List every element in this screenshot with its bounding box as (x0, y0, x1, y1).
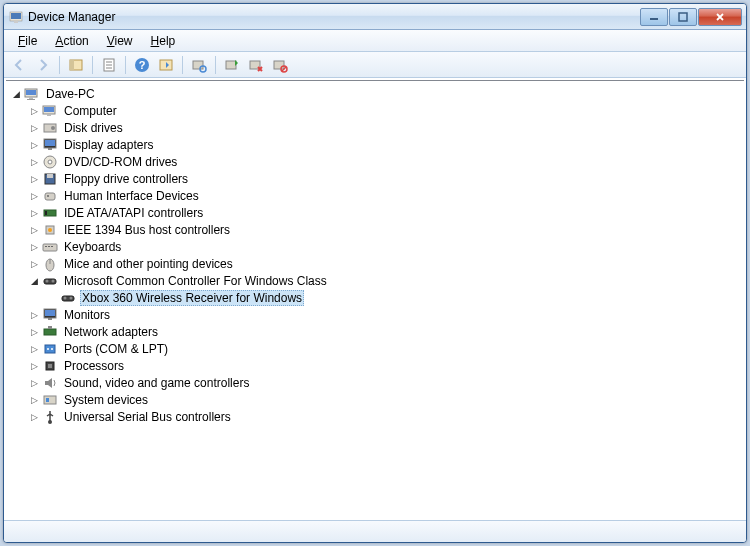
tree-item-label: Human Interface Devices (62, 189, 201, 203)
svg-rect-4 (679, 13, 687, 21)
svg-rect-27 (47, 114, 51, 116)
svg-rect-37 (45, 193, 55, 200)
menu-action[interactable]: Action (47, 32, 96, 50)
tree-item-label: Network adapters (62, 325, 160, 339)
svg-point-62 (51, 348, 53, 350)
menu-file[interactable]: File (10, 32, 45, 50)
svg-point-54 (70, 296, 73, 299)
update-driver-button[interactable] (221, 54, 243, 76)
svg-rect-23 (29, 97, 33, 99)
tree-item[interactable]: ▷Computer (8, 102, 742, 119)
collapse-icon[interactable]: ◢ (10, 88, 22, 100)
svg-rect-36 (47, 174, 53, 178)
separator (59, 56, 60, 74)
svg-rect-3 (650, 18, 658, 20)
pc-icon (24, 86, 40, 102)
forward-button (32, 54, 54, 76)
separator (92, 56, 93, 74)
network-icon (42, 324, 58, 340)
maximize-button[interactable] (669, 8, 697, 26)
menu-view[interactable]: View (99, 32, 141, 50)
expand-icon[interactable]: ▷ (28, 207, 40, 219)
tree-item[interactable]: ▷Keyboards (8, 238, 742, 255)
svg-point-61 (47, 348, 49, 350)
expand-icon[interactable]: ▷ (28, 139, 40, 151)
toolbar: ? (4, 52, 746, 78)
tree-item[interactable]: ▷DVD/CD-ROM drives (8, 153, 742, 170)
tree-item[interactable]: ▷Display adapters (8, 136, 742, 153)
mouse-icon (42, 256, 58, 272)
uninstall-button[interactable] (245, 54, 267, 76)
tree-item[interactable]: ▷Disk drives (8, 119, 742, 136)
titlebar[interactable]: Device Manager (4, 4, 746, 30)
svg-point-29 (51, 126, 55, 130)
tree-item[interactable]: ▷System devices (8, 391, 742, 408)
tree-item[interactable]: ▷Processors (8, 357, 742, 374)
statusbar (4, 520, 746, 542)
expand-icon[interactable]: ▷ (28, 309, 40, 321)
expand-icon[interactable]: ▷ (28, 105, 40, 117)
tree-item[interactable]: ▷Mice and other pointing devices (8, 255, 742, 272)
properties-button[interactable] (98, 54, 120, 76)
svg-point-42 (48, 228, 52, 232)
disable-button[interactable] (269, 54, 291, 76)
expand-icon[interactable]: ▷ (28, 377, 40, 389)
collapse-icon[interactable]: ◢ (28, 275, 40, 287)
tree-item[interactable]: ◢Microsoft Common Controller For Windows… (8, 272, 742, 289)
tree-item[interactable]: ▷Sound, video and game controllers (8, 374, 742, 391)
tree-item[interactable]: ▷Human Interface Devices (8, 187, 742, 204)
display-icon (42, 137, 58, 153)
tree-item[interactable]: ▷IDE ATA/ATAPI controllers (8, 204, 742, 221)
close-button[interactable] (698, 8, 742, 26)
tree-item-label: Processors (62, 359, 126, 373)
expand-icon[interactable]: ▷ (28, 394, 40, 406)
tree-item-label: Ports (COM & LPT) (62, 342, 170, 356)
svg-rect-57 (48, 318, 52, 320)
tree-item-label: Monitors (62, 308, 112, 322)
svg-rect-1 (11, 13, 21, 19)
tree-item-label: Disk drives (62, 121, 125, 135)
minimize-button[interactable] (640, 8, 668, 26)
svg-rect-65 (44, 396, 56, 404)
tree-content[interactable]: ◢Dave-PC▷Computer▷Disk drives▷Display ad… (6, 80, 744, 518)
expand-icon[interactable]: ▷ (28, 326, 40, 338)
separator (125, 56, 126, 74)
tree-item[interactable]: ◢Dave-PC (8, 85, 742, 102)
show-hide-console-button[interactable] (65, 54, 87, 76)
tree-item-label: DVD/CD-ROM drives (62, 155, 179, 169)
help-button[interactable]: ? (131, 54, 153, 76)
svg-rect-26 (44, 107, 54, 112)
svg-rect-46 (51, 246, 53, 247)
tree-item-label: Universal Serial Bus controllers (62, 410, 233, 424)
window-title: Device Manager (28, 10, 640, 24)
expand-icon[interactable]: ▷ (28, 122, 40, 134)
scan-hardware-button[interactable] (188, 54, 210, 76)
expand-icon[interactable]: ▷ (28, 411, 40, 423)
expand-icon[interactable]: ▷ (28, 190, 40, 202)
tree-item-label: Dave-PC (44, 87, 97, 101)
tree-item-label: Mice and other pointing devices (62, 257, 235, 271)
menu-help[interactable]: Help (143, 32, 184, 50)
expand-icon[interactable]: ▷ (28, 156, 40, 168)
action-button[interactable] (155, 54, 177, 76)
tree-item[interactable]: ▷Network adapters (8, 323, 742, 340)
tree-item[interactable]: ▷Universal Serial Bus controllers (8, 408, 742, 425)
expand-icon[interactable]: ▷ (28, 224, 40, 236)
expand-icon[interactable]: ▷ (28, 258, 40, 270)
tree-item[interactable]: ▷Monitors (8, 306, 742, 323)
app-icon (8, 9, 24, 25)
svg-point-34 (48, 160, 52, 164)
expand-icon[interactable]: ▷ (28, 360, 40, 372)
tree-item[interactable]: ▷Ports (COM & LPT) (8, 340, 742, 357)
device-tree: ◢Dave-PC▷Computer▷Disk drives▷Display ad… (6, 81, 744, 429)
tree-item[interactable]: Xbox 360 Wireless Receiver for Windows (8, 289, 742, 306)
svg-rect-24 (27, 99, 35, 100)
tree-item[interactable]: ▷Floppy drive controllers (8, 170, 742, 187)
monitor-icon (42, 307, 58, 323)
svg-point-53 (64, 296, 67, 299)
tree-item-label: Keyboards (62, 240, 123, 254)
expand-icon[interactable]: ▷ (28, 173, 40, 185)
expand-icon[interactable]: ▷ (28, 343, 40, 355)
tree-item[interactable]: ▷IEEE 1394 Bus host controllers (8, 221, 742, 238)
expand-icon[interactable]: ▷ (28, 241, 40, 253)
